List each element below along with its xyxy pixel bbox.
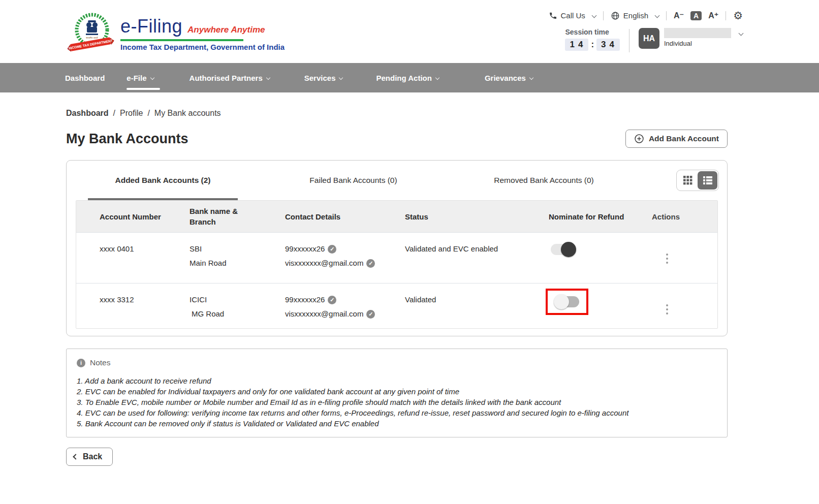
breadcrumb: Dashboard / Profile / My Bank accounts: [66, 109, 728, 118]
column-status: Status: [405, 207, 549, 226]
chevron-down-icon: [339, 76, 343, 80]
email-address: visxxxxxxx@gmail.com: [285, 307, 363, 321]
table-header: Account Number Bank name & Branch Contac…: [76, 201, 717, 232]
note-item: 4. EVC can be used for following: verify…: [77, 407, 717, 418]
note-item: 1. Add a bank account to receive refund: [77, 375, 717, 386]
session-time-label: Session time: [565, 28, 620, 36]
status-text: Validated: [405, 284, 549, 328]
brand-title: e-Filing: [120, 16, 182, 37]
chevron-down-icon: [655, 13, 660, 18]
bank-branch: MG Road: [190, 307, 280, 321]
logo: सत्यमेव जयते INCOME TAX DEPARTMENT e-Fil…: [68, 4, 285, 63]
column-nominate-for-refund: Nominate for Refund: [549, 207, 652, 226]
svg-text:सत्यमेव जयते: सत्यमेव जयते: [85, 36, 98, 39]
status-text: Validated and EVC enabled: [405, 233, 549, 283]
efiling-portal: सत्यमेव जयते INCOME TAX DEPARTMENT e-Fil…: [0, 0, 819, 466]
bank-branch: Main Road: [190, 256, 280, 270]
chevron-down-icon: [435, 76, 439, 80]
tab-removed-bank-accounts[interactable]: Removed Bank Accounts (0): [469, 161, 619, 200]
phone-icon: [549, 11, 557, 20]
call-us-label: Call Us: [561, 11, 585, 20]
session-separator: :: [591, 40, 594, 50]
nav-item-dashboard[interactable]: Dashboard: [65, 63, 105, 92]
verified-check-icon: ✓: [366, 259, 375, 268]
divider: [726, 11, 726, 20]
language-menu[interactable]: English: [611, 11, 659, 20]
header: सत्यमेव जयते INCOME TAX DEPARTMENT e-Fil…: [0, 0, 819, 63]
mobile-number: 99xxxxxx26: [285, 293, 325, 307]
avatar: HA: [639, 28, 659, 49]
row-actions-kebab-icon[interactable]: [664, 302, 670, 317]
account-number: xxxx 0401: [76, 233, 190, 283]
income-tax-emblem-logo: सत्यमेव जयते INCOME TAX DEPARTMENT: [68, 12, 114, 55]
note-item: 5. Bank Account can be removed only if s…: [77, 418, 717, 429]
tab-added-bank-accounts[interactable]: Added Bank Accounts (2): [88, 161, 238, 200]
divider: [629, 29, 629, 52]
font-size-decrease-button[interactable]: A⁻: [674, 11, 684, 20]
nav-item-pending-action[interactable]: Pending Action: [376, 63, 438, 92]
nav-item-authorised-partners[interactable]: Authorised Partners: [190, 63, 270, 92]
chevron-left-icon: [73, 454, 78, 459]
note-item: 3. To Enable EVC, mobile number or Mobil…: [77, 397, 717, 407]
list-view-button[interactable]: [698, 171, 717, 190]
bank-accounts-table: Account Number Bank name & Branch Contac…: [76, 200, 718, 329]
back-button[interactable]: Back: [66, 448, 113, 466]
chevron-down-icon: [150, 76, 154, 80]
chevron-down-icon: [591, 13, 596, 18]
chevron-down-icon: [739, 31, 744, 36]
tabs: Added Bank Accounts (2) Failed Bank Acco…: [67, 161, 727, 200]
info-icon: i: [77, 359, 85, 367]
bank-name: SBI: [190, 242, 280, 256]
chevron-down-icon: [266, 76, 270, 80]
note-item: 2. EVC can be enabled for Individual tax…: [77, 386, 717, 397]
grid-view-button[interactable]: [678, 171, 698, 190]
toggle-knob: [561, 242, 576, 257]
nav-item-services[interactable]: Services: [304, 63, 343, 92]
nominate-refund-toggle[interactable]: [551, 244, 575, 255]
column-bank-name-branch: Bank name & Branch: [190, 206, 256, 227]
divider: [603, 11, 604, 20]
plus-circle-icon: [634, 134, 644, 144]
notes-title: Notes: [90, 358, 111, 367]
add-bank-account-button[interactable]: Add Bank Account: [625, 130, 728, 148]
table-row: xxxx 0401 SBI Main Road 99xxxxxx26 ✓ vis…: [76, 232, 717, 283]
bank-accounts-card: Added Bank Accounts (2) Failed Bank Acco…: [66, 160, 728, 336]
user-menu[interactable]: HA Individual: [639, 28, 743, 49]
bank-name: ICICI: [190, 293, 280, 307]
breadcrumb-dashboard[interactable]: Dashboard: [66, 109, 109, 118]
nav-item-efile[interactable]: e-File: [127, 63, 153, 92]
toggle-knob: [554, 294, 569, 309]
nominate-refund-toggle[interactable]: [555, 296, 579, 307]
breadcrumb-profile[interactable]: Profile: [120, 109, 143, 118]
view-toggle: [676, 170, 719, 191]
user-name-redacted: [664, 28, 731, 38]
column-contact-details: Contact Details: [285, 207, 405, 226]
verified-check-icon: ✓: [328, 245, 336, 254]
notes-panel: i Notes 1. Add a bank account to receive…: [66, 349, 728, 437]
tab-failed-bank-accounts[interactable]: Failed Bank Accounts (0): [278, 161, 428, 200]
user-type-label: Individual: [664, 40, 731, 47]
email-address: visxxxxxxx@gmail.com: [285, 256, 363, 270]
column-actions: Actions: [652, 207, 717, 226]
font-size-increase-button[interactable]: A⁺: [708, 11, 718, 20]
list-view-icon: [703, 176, 712, 185]
brand-tagline: Anywhere Anytime: [187, 25, 265, 35]
gear-icon[interactable]: ⚙: [733, 10, 743, 21]
language-label: English: [623, 11, 648, 20]
brand-divider: [120, 39, 243, 41]
chevron-down-icon: [529, 76, 533, 80]
call-us-menu[interactable]: Call Us: [549, 11, 596, 20]
account-number: xxxx 3312: [76, 284, 190, 328]
divider: [666, 11, 667, 20]
verified-check-icon: ✓: [366, 310, 375, 319]
breadcrumb-current: My Bank accounts: [154, 109, 221, 118]
nav-item-grievances[interactable]: Grievances: [485, 63, 533, 92]
table-row: xxxx 3312 ICICI MG Road 99xxxxxx26 ✓ vis…: [76, 283, 717, 328]
nominate-toggle-highlight-annotation: [546, 289, 588, 315]
row-actions-kebab-icon[interactable]: [664, 251, 670, 266]
main-navigation: Dashboard e-File Authorised Partners Ser…: [0, 63, 819, 92]
font-size-default-button[interactable]: A: [690, 11, 702, 20]
verified-check-icon: ✓: [328, 296, 336, 304]
grid-view-icon: [683, 176, 692, 185]
mobile-number: 99xxxxxx26: [285, 242, 325, 256]
